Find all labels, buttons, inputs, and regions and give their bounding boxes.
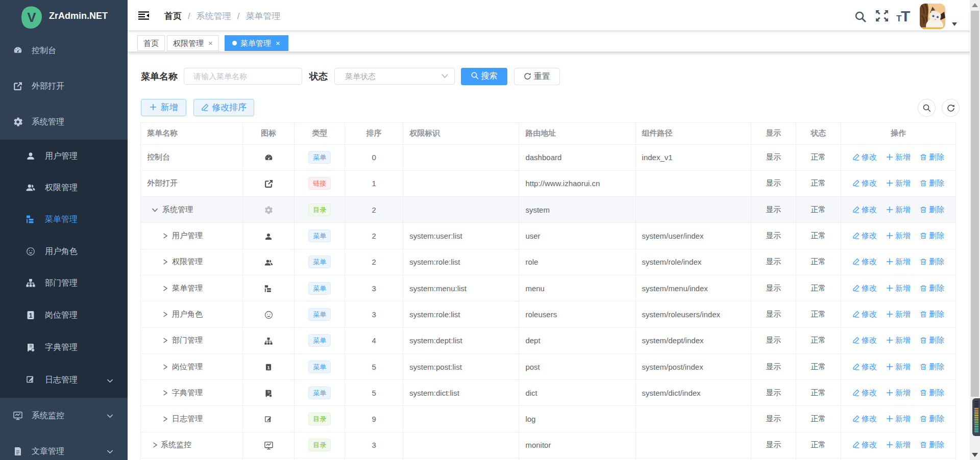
svg-text:1: 1 (29, 312, 33, 319)
svg-text:T: T (901, 8, 910, 23)
svg-text:T: T (896, 14, 902, 23)
svg-text:1: 1 (267, 365, 270, 370)
svg-text:V: V (27, 10, 36, 25)
